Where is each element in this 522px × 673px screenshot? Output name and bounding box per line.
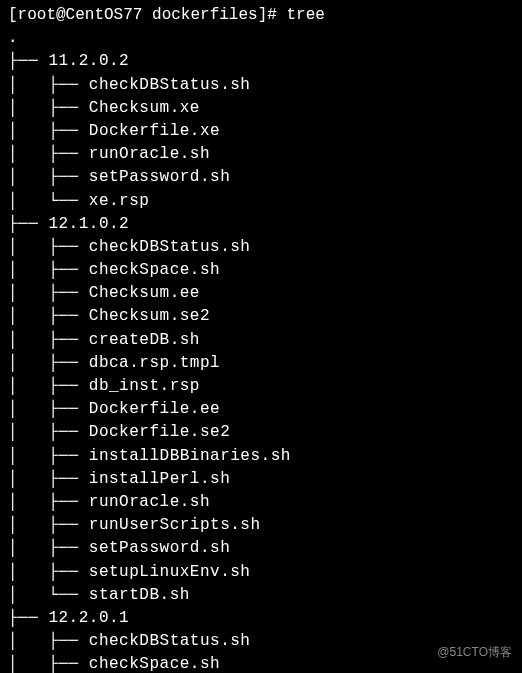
tree-line: │ ├── Checksum.xe bbox=[8, 97, 514, 120]
tree-prefix: │ ├── bbox=[8, 145, 89, 163]
tree-entry-name: setPassword.sh bbox=[89, 539, 230, 557]
tree-line: │ ├── Dockerfile.xe bbox=[8, 120, 514, 143]
tree-prefix: │ ├── bbox=[8, 632, 89, 650]
tree-line: │ ├── db_inst.rsp bbox=[8, 375, 514, 398]
tree-entry-name: runUserScripts.sh bbox=[89, 516, 261, 534]
tree-entry-name: installPerl.sh bbox=[89, 470, 230, 488]
tree-prefix: ├── bbox=[8, 215, 48, 233]
tree-entry-name: 11.2.0.2 bbox=[48, 52, 129, 70]
tree-prefix: │ ├── bbox=[8, 377, 89, 395]
tree-line: │ ├── installDBBinaries.sh bbox=[8, 445, 514, 468]
tree-prefix: │ ├── bbox=[8, 76, 89, 94]
tree-line: │ ├── setupLinuxEnv.sh bbox=[8, 561, 514, 584]
tree-line: │ ├── createDB.sh bbox=[8, 329, 514, 352]
tree-entry-name: Dockerfile.se2 bbox=[89, 423, 230, 441]
tree-line: │ ├── runUserScripts.sh bbox=[8, 514, 514, 537]
tree-line: │ └── startDB.sh bbox=[8, 584, 514, 607]
tree-root-dot: . bbox=[8, 27, 514, 50]
tree-line: │ ├── setPassword.sh bbox=[8, 537, 514, 560]
tree-line: ├── 11.2.0.2 bbox=[8, 50, 514, 73]
tree-prefix: │ ├── bbox=[8, 423, 89, 441]
tree-prefix: │ ├── bbox=[8, 307, 89, 325]
tree-prefix: │ ├── bbox=[8, 400, 89, 418]
tree-entry-name: checkDBStatus.sh bbox=[89, 632, 251, 650]
tree-prefix: │ ├── bbox=[8, 354, 89, 372]
tree-line: ├── 12.2.0.1 bbox=[8, 607, 514, 630]
tree-entry-name: checkDBStatus.sh bbox=[89, 238, 251, 256]
tree-entry-name: runOracle.sh bbox=[89, 145, 210, 163]
tree-prefix: │ ├── bbox=[8, 122, 89, 140]
tree-prefix: │ ├── bbox=[8, 516, 89, 534]
tree-line: │ ├── Dockerfile.se2 bbox=[8, 421, 514, 444]
tree-prefix: │ ├── bbox=[8, 563, 89, 581]
tree-line: │ ├── Dockerfile.ee bbox=[8, 398, 514, 421]
tree-prefix: │ ├── bbox=[8, 99, 89, 117]
tree-prefix: │ └── bbox=[8, 192, 89, 210]
tree-prefix: │ ├── bbox=[8, 238, 89, 256]
tree-prefix: │ ├── bbox=[8, 261, 89, 279]
tree-line: │ ├── runOracle.sh bbox=[8, 491, 514, 514]
tree-entry-name: checkDBStatus.sh bbox=[89, 76, 251, 94]
tree-entry-name: runOracle.sh bbox=[89, 493, 210, 511]
tree-entry-name: Checksum.se2 bbox=[89, 307, 210, 325]
tree-entry-name: setPassword.sh bbox=[89, 168, 230, 186]
tree-prefix: ├── bbox=[8, 609, 48, 627]
tree-entry-name: db_inst.rsp bbox=[89, 377, 200, 395]
tree-line: │ ├── checkDBStatus.sh bbox=[8, 74, 514, 97]
tree-prefix: │ ├── bbox=[8, 284, 89, 302]
tree-prefix: │ ├── bbox=[8, 331, 89, 349]
tree-entry-name: installDBBinaries.sh bbox=[89, 447, 291, 465]
tree-output: ├── 11.2.0.2│ ├── checkDBStatus.sh│ ├── … bbox=[8, 50, 514, 673]
tree-line: │ ├── Checksum.se2 bbox=[8, 305, 514, 328]
tree-prefix: │ ├── bbox=[8, 168, 89, 186]
tree-prefix: ├── bbox=[8, 52, 48, 70]
tree-prefix: │ ├── bbox=[8, 470, 89, 488]
tree-entry-name: Checksum.ee bbox=[89, 284, 200, 302]
tree-entry-name: Dockerfile.ee bbox=[89, 400, 220, 418]
tree-entry-name: Dockerfile.xe bbox=[89, 122, 220, 140]
tree-line: │ ├── checkDBStatus.sh bbox=[8, 236, 514, 259]
tree-entry-name: 12.2.0.1 bbox=[48, 609, 129, 627]
tree-entry-name: dbca.rsp.tmpl bbox=[89, 354, 220, 372]
terminal-prompt: [root@CentOS77 dockerfiles]# tree bbox=[8, 4, 514, 27]
tree-prefix: │ ├── bbox=[8, 447, 89, 465]
tree-line: │ ├── installPerl.sh bbox=[8, 468, 514, 491]
tree-line: │ ├── setPassword.sh bbox=[8, 166, 514, 189]
tree-line: │ ├── checkSpace.sh bbox=[8, 259, 514, 282]
tree-line: │ ├── dbca.rsp.tmpl bbox=[8, 352, 514, 375]
tree-entry-name: xe.rsp bbox=[89, 192, 150, 210]
tree-prefix: │ ├── bbox=[8, 493, 89, 511]
tree-prefix: │ ├── bbox=[8, 539, 89, 557]
tree-line: │ ├── Checksum.ee bbox=[8, 282, 514, 305]
tree-line: │ └── xe.rsp bbox=[8, 190, 514, 213]
tree-entry-name: checkSpace.sh bbox=[89, 655, 220, 673]
tree-entry-name: 12.1.0.2 bbox=[48, 215, 129, 233]
tree-entry-name: checkSpace.sh bbox=[89, 261, 220, 279]
tree-line: │ ├── runOracle.sh bbox=[8, 143, 514, 166]
tree-prefix: │ └── bbox=[8, 586, 89, 604]
tree-entry-name: setupLinuxEnv.sh bbox=[89, 563, 251, 581]
tree-entry-name: createDB.sh bbox=[89, 331, 200, 349]
watermark: @51CTO博客 bbox=[437, 644, 512, 661]
tree-entry-name: Checksum.xe bbox=[89, 99, 200, 117]
tree-entry-name: startDB.sh bbox=[89, 586, 190, 604]
tree-line: ├── 12.1.0.2 bbox=[8, 213, 514, 236]
tree-prefix: │ ├── bbox=[8, 655, 89, 673]
